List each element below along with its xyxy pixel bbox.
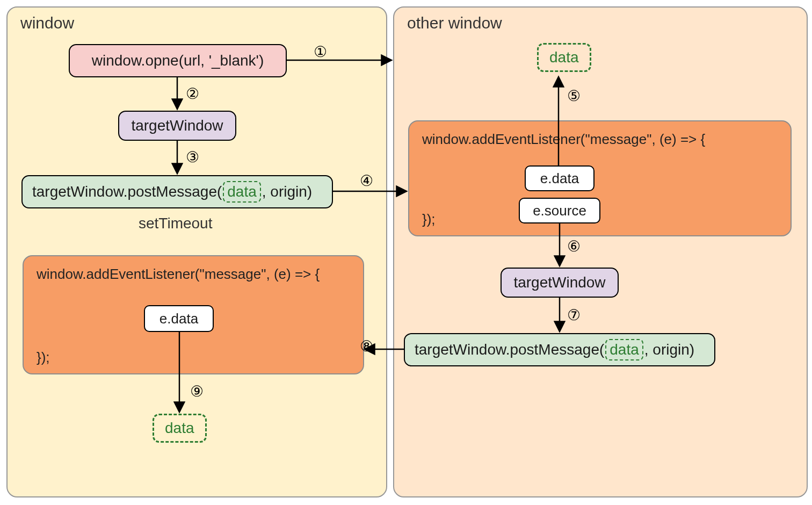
- data-box-right: data: [537, 43, 591, 72]
- target-window-node-left: targetWindow: [118, 111, 236, 141]
- target-window-node-right: targetWindow: [501, 268, 619, 298]
- post-prefix-right: targetWindow.postMessage(: [415, 341, 604, 358]
- post-message-node-left: targetWindow.postMessage( data , origin): [21, 175, 333, 208]
- e-source-node-right: e.source: [519, 198, 600, 223]
- listener-open-left: window.addEventListener("message", (e) =…: [37, 266, 350, 283]
- window-title: window: [20, 14, 74, 32]
- step-9: ⑨: [187, 383, 206, 400]
- post-suffix-right: , origin): [644, 341, 694, 358]
- e-data-node-left: e.data: [144, 305, 214, 332]
- other-window-container: other window: [393, 6, 808, 497]
- step-2: ②: [183, 85, 202, 103]
- step-6: ⑥: [564, 237, 583, 255]
- diagram-canvas: window other window window.opne(url, '_b…: [0, 0, 812, 505]
- e-data-node-right: e.data: [525, 165, 595, 191]
- listener-close-right: });: [422, 211, 436, 228]
- window-open-node: window.opne(url, '_blank'): [69, 44, 287, 77]
- step-7: ⑦: [564, 306, 583, 324]
- listener-open-right: window.addEventListener("message", (e) =…: [422, 131, 778, 148]
- inline-data-left: data: [223, 181, 261, 203]
- step-4: ④: [357, 172, 376, 190]
- post-suffix-left: , origin): [262, 183, 312, 200]
- step-1: ①: [310, 43, 330, 61]
- step-5: ⑤: [564, 87, 583, 105]
- post-prefix-left: targetWindow.postMessage(: [32, 183, 222, 200]
- listener-close-left: });: [37, 349, 50, 366]
- other-window-title: other window: [407, 14, 502, 32]
- step-8: ⑧: [357, 337, 376, 355]
- inline-data-right: data: [605, 339, 643, 360]
- post-message-node-right: targetWindow.postMessage( data , origin): [404, 333, 715, 366]
- settimeout-label: setTimeout: [139, 215, 212, 232]
- data-box-left: data: [153, 414, 207, 443]
- step-3: ③: [183, 148, 202, 166]
